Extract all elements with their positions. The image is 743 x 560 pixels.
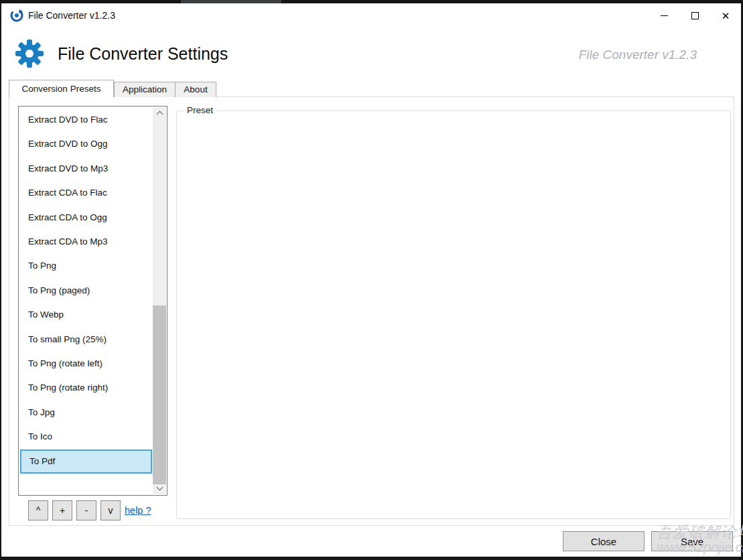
preset-list-item[interactable]: To Pdf bbox=[20, 449, 152, 474]
preset-list-item[interactable]: To Ico bbox=[20, 425, 152, 449]
minimize-button[interactable] bbox=[649, 3, 679, 27]
preset-list-item[interactable]: To Jpg bbox=[20, 401, 152, 425]
add-preset-button[interactable]: + bbox=[52, 500, 72, 520]
tab-about[interactable]: About bbox=[175, 82, 216, 97]
app-window: File Converter v1.2.3 ✕ bbox=[1, 3, 741, 557]
remove-preset-button[interactable]: - bbox=[76, 500, 96, 520]
preset-list-item[interactable]: Extract CDA to Ogg bbox=[20, 206, 152, 230]
tab-application[interactable]: Application bbox=[114, 82, 176, 97]
scroll-up-icon[interactable] bbox=[153, 107, 166, 119]
preset-list-item[interactable]: Extract DVD to Flac bbox=[20, 108, 152, 132]
preset-list-item[interactable]: To Webp bbox=[20, 303, 152, 327]
preset-list-item[interactable]: To Png (paged) bbox=[20, 279, 152, 303]
preset-list: Extract DVD to FlacExtract DVD to OggExt… bbox=[18, 106, 167, 496]
preset-list-item[interactable]: To Png (rotate left) bbox=[20, 352, 152, 376]
app-icon bbox=[10, 9, 23, 22]
window-title: File Converter v1.2.3 bbox=[28, 3, 115, 27]
preset-group-label: Preset bbox=[184, 105, 216, 115]
titlebar: File Converter v1.2.3 ✕ bbox=[1, 3, 741, 27]
move-up-button[interactable]: ^ bbox=[28, 500, 48, 520]
close-icon: ✕ bbox=[722, 11, 730, 21]
scroll-down-icon[interactable] bbox=[153, 483, 166, 494]
tab-conversion-presets[interactable]: Conversion Presets bbox=[9, 80, 114, 97]
preset-group: Preset bbox=[176, 111, 731, 519]
preset-list-scrollbar[interactable] bbox=[153, 107, 166, 494]
scrollbar-thumb[interactable] bbox=[153, 305, 166, 484]
preset-list-item[interactable]: Extract DVD to Mp3 bbox=[20, 157, 152, 181]
preset-list-item[interactable]: To Png bbox=[20, 254, 152, 278]
window-controls: ✕ bbox=[649, 3, 741, 27]
presets-help-link[interactable]: help ? bbox=[125, 505, 151, 516]
preset-list-item[interactable]: Extract CDA to Mp3 bbox=[20, 230, 152, 254]
gear-icon bbox=[15, 39, 44, 68]
move-down-button[interactable]: v bbox=[100, 500, 121, 520]
maximize-button[interactable] bbox=[679, 3, 710, 27]
preset-list-item[interactable]: Extract DVD to Ogg bbox=[20, 132, 152, 156]
close-button-footer[interactable]: Close bbox=[563, 531, 645, 551]
minimize-icon bbox=[661, 15, 668, 16]
close-button[interactable]: ✕ bbox=[710, 3, 741, 27]
page-title: File Converter Settings bbox=[58, 44, 228, 64]
preset-list-item[interactable]: Extract CDA to Flac bbox=[20, 181, 152, 205]
preset-list-item[interactable]: To small Png (25%) bbox=[20, 328, 152, 352]
save-button[interactable]: Save bbox=[651, 531, 733, 551]
maximize-icon bbox=[691, 12, 699, 19]
version-label: File Converter v1.2.3 bbox=[579, 48, 697, 62]
preset-list-item[interactable]: To Png (rotate right) bbox=[20, 376, 152, 400]
